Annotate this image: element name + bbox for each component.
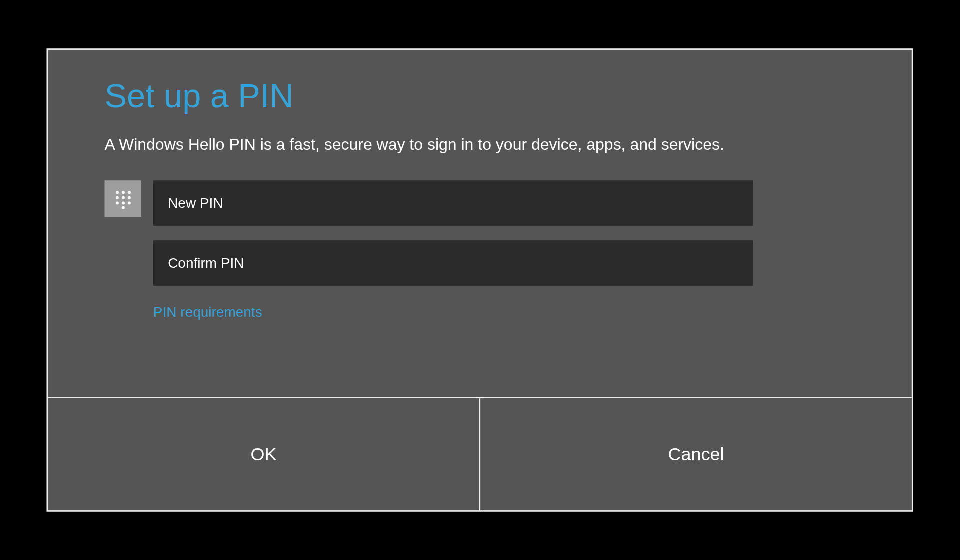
pin-requirements-link[interactable]: PIN requirements [154,304,262,320]
new-pin-input[interactable] [154,180,754,226]
svg-point-8 [128,201,130,204]
svg-point-0 [116,190,118,194]
keypad-icon [105,180,142,217]
ok-button[interactable]: OK [48,398,480,510]
svg-point-4 [122,196,124,199]
svg-point-3 [116,196,118,199]
svg-point-2 [128,190,130,194]
svg-point-6 [116,201,118,204]
svg-point-9 [122,206,124,209]
form-area: PIN requirements [105,180,856,320]
svg-point-7 [122,201,124,204]
dialog-title: Set up a PIN [105,76,856,115]
confirm-pin-input[interactable] [154,240,754,286]
keypad-icon-svg [113,188,133,208]
svg-point-5 [128,196,130,199]
pin-setup-dialog: Set up a PIN A Windows Hello PIN is a fa… [47,48,914,512]
svg-point-1 [122,190,124,194]
input-column: PIN requirements [154,180,754,320]
dialog-description: A Windows Hello PIN is a fast, secure wa… [105,135,856,154]
dialog-content: Set up a PIN A Windows Hello PIN is a fa… [48,50,912,396]
button-row: OK Cancel [48,397,912,510]
cancel-button[interactable]: Cancel [480,398,912,510]
